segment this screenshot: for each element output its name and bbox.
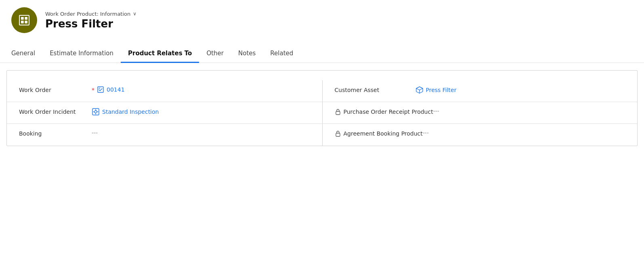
agreement-booking-value: ---: [423, 130, 429, 136]
tab-product-relates-to[interactable]: Product Relates To: [121, 46, 199, 63]
box-icon: [415, 86, 424, 94]
avatar: [11, 7, 37, 33]
chevron-down-icon[interactable]: ∨: [133, 11, 136, 17]
booking-value: ---: [92, 130, 98, 136]
customer-asset-text: Press Filter: [426, 87, 457, 93]
customer-asset-label: Customer Asset: [335, 86, 407, 93]
lock-icon-abp: [335, 130, 341, 137]
purchase-order-value: ---: [433, 108, 439, 114]
agreement-booking-label: Agreement Booking Product: [344, 130, 423, 137]
page-subtitle: Work Order Product: Information ∨: [45, 11, 136, 17]
svg-rect-9: [336, 133, 340, 136]
work-order-incident-text: Standard Inspection: [102, 109, 159, 115]
subtitle-text: Work Order Product: Information: [45, 11, 130, 17]
left-column: Work Order * 00141 Work Order Incident: [7, 80, 322, 146]
booking-label: Booking: [19, 130, 92, 137]
tab-notes[interactable]: Notes: [231, 46, 263, 63]
svg-rect-5: [98, 87, 103, 92]
tab-general[interactable]: General: [11, 46, 42, 63]
purchase-order-label: Purchase Order Receipt Product: [344, 108, 433, 115]
work-order-incident-label: Work Order Incident: [19, 108, 92, 115]
svg-rect-8: [336, 111, 340, 115]
page-title: Press Filter: [45, 18, 136, 30]
customer-asset-label-wrap: Customer Asset: [335, 86, 415, 93]
svg-rect-0: [19, 15, 29, 25]
fields-grid: Work Order * 00141 Work Order Incident: [7, 80, 637, 146]
incident-icon: [92, 108, 100, 116]
booking-field-row: Booking ---: [7, 124, 322, 146]
lock-icon-po: [335, 109, 341, 115]
purchase-order-field-row: Purchase Order Receipt Product ---: [322, 102, 638, 124]
work-order-incident-value[interactable]: Standard Inspection: [92, 108, 159, 116]
svg-rect-1: [21, 17, 24, 20]
work-order-value[interactable]: 00141: [97, 86, 125, 93]
agreement-booking-label-wrap: Agreement Booking Product: [335, 130, 423, 137]
svg-rect-3: [21, 21, 24, 23]
work-order-incident-field-row: Work Order Incident Standard Inspection: [7, 102, 322, 124]
purchase-order-label-wrap: Purchase Order Receipt Product: [335, 108, 433, 115]
tab-related[interactable]: Related: [263, 46, 300, 63]
work-order-number: 00141: [107, 86, 125, 93]
work-order-field-row: Work Order * 00141: [7, 80, 322, 102]
content-area: Work Order * 00141 Work Order Incident: [6, 70, 638, 146]
tab-estimate-information[interactable]: Estimate Information: [42, 46, 121, 63]
required-indicator: *: [92, 86, 94, 93]
customer-asset-field-row: Customer Asset Press Filter: [322, 80, 638, 102]
customer-asset-value[interactable]: Press Filter: [415, 86, 457, 94]
tabs-bar: General Estimate Information Product Rel…: [0, 45, 644, 63]
agreement-booking-field-row: Agreement Booking Product ---: [322, 124, 638, 146]
edit-icon: [97, 86, 104, 93]
tab-other[interactable]: Other: [199, 46, 231, 63]
header-text: Work Order Product: Information ∨ Press …: [45, 11, 136, 30]
svg-point-7: [94, 111, 97, 113]
svg-rect-4: [25, 21, 27, 23]
work-order-label: Work Order: [19, 86, 92, 93]
page-header: Work Order Product: Information ∨ Press …: [0, 0, 644, 37]
right-column: Customer Asset Press Filter: [322, 80, 638, 146]
svg-rect-2: [25, 17, 27, 20]
avatar-icon: [18, 14, 31, 27]
